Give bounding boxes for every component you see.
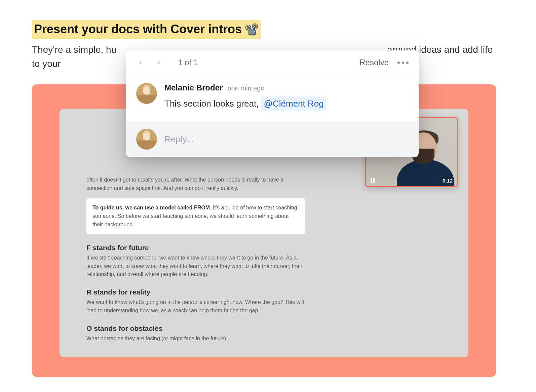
comment-body: Melanie Broder one min ago This section … <box>126 75 419 121</box>
comment-text: This section looks great, <box>164 99 261 109</box>
pause-icon[interactable] <box>371 178 375 183</box>
prev-comment-button[interactable] <box>136 58 145 67</box>
doc-section-f: F stands for future If we start coaching… <box>86 244 305 279</box>
comment-popover-header: 1 of 1 Resolve <box>126 50 419 75</box>
doc-section-body: We want to know what's going on in the p… <box>86 298 305 315</box>
doc-section-body: If we start coaching someone, we want to… <box>86 254 305 279</box>
page-title: Present your docs with Cover intros <box>34 22 242 37</box>
page-title-wrap: Present your docs with Cover intros 📽️ <box>32 20 261 39</box>
more-options-button[interactable] <box>397 62 409 64</box>
comment-mention[interactable]: @Clément Rog <box>261 96 327 111</box>
reply-author-avatar <box>136 129 157 150</box>
doc-section-heading: R stands for reality <box>86 288 305 296</box>
next-comment-button[interactable] <box>154 58 163 67</box>
doc-section-body: What obstacles they are facing (or might… <box>86 335 305 343</box>
projector-icon: 📽️ <box>244 22 259 37</box>
resolve-button[interactable]: Resolve <box>359 58 389 67</box>
doc-section-heading: F stands for future <box>86 244 305 252</box>
reply-row <box>126 121 419 157</box>
comment-author-avatar <box>136 83 157 104</box>
doc-section-r: R stands for reality We want to know wha… <box>86 288 305 315</box>
comment-counter: 1 of 1 <box>178 58 198 67</box>
dots-icon <box>397 62 400 64</box>
chevron-right-icon <box>156 58 162 67</box>
comment-message: This section looks great, @Clément Rog <box>164 96 409 111</box>
doc-box-lead: To guide us, we can use a model called F… <box>92 205 210 210</box>
doc-section-heading: O stands for obstacles <box>86 324 305 332</box>
doc-highlight-box: To guide us, we can use a model called F… <box>86 198 305 234</box>
page-title-highlight: Present your docs with Cover intros 📽️ <box>32 20 261 39</box>
doc-intro-tail: often it doesn't get to results you're a… <box>86 176 305 193</box>
comment-popover: 1 of 1 Resolve Melanie Broder one min ag… <box>126 50 419 157</box>
video-timestamp: 0:12 <box>443 178 453 184</box>
comment-timestamp: one min ago <box>227 84 264 92</box>
comment-author: Melanie Broder <box>164 83 223 92</box>
video-controls: 0:12 <box>366 178 457 184</box>
chevron-left-icon <box>138 58 144 67</box>
reply-input[interactable] <box>164 134 409 145</box>
doc-section-o: O stands for obstacles What obstacles th… <box>86 324 305 343</box>
